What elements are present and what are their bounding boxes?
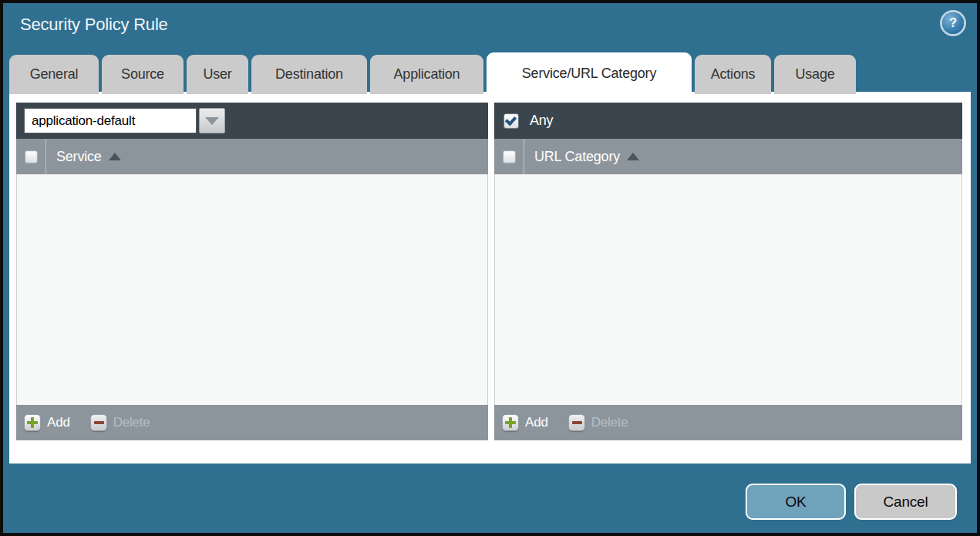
service-type-value[interactable]: application-default [24,108,197,133]
url-category-header-checkbox-cell [494,139,524,174]
url-category-topbar: Any [494,103,962,139]
service-table-body[interactable] [16,174,488,405]
url-category-add-button[interactable]: Add [502,414,548,431]
ok-button[interactable]: OK [746,484,846,520]
service-type-dropdown-button[interactable] [199,108,225,133]
plus-icon [24,414,41,431]
tab-actions[interactable]: Actions [695,55,771,94]
cancel-button[interactable]: Cancel [854,484,957,520]
any-label: Any [530,113,553,129]
minus-icon [90,414,107,431]
url-category-add-label: Add [525,415,548,430]
url-category-toolbar: Add Delete [494,405,962,440]
service-panel: application-default Service Add [16,103,488,440]
url-category-table-header: URL Category [494,139,962,174]
minus-icon [568,414,585,431]
tab-general[interactable]: General [9,55,99,94]
any-checkbox[interactable] [503,113,519,129]
url-category-panel: Any URL Category Add Delete [494,103,962,440]
checkmark-icon [505,113,517,126]
url-category-column-label[interactable]: URL Category [534,149,620,165]
plus-icon [502,414,519,431]
security-policy-rule-dialog: Security Policy Rule ? General Source Us… [0,0,980,536]
url-category-delete-label: Delete [591,415,628,430]
tab-user[interactable]: User [187,55,248,94]
tab-content-area: application-default Service Add [9,92,971,464]
tab-usage[interactable]: Usage [774,55,856,94]
url-category-table-body[interactable] [494,174,962,405]
tab-service-url-category[interactable]: Service/URL Category [487,52,692,94]
service-table-header: Service [16,139,488,174]
service-delete-label: Delete [113,415,150,430]
service-type-dropdown[interactable]: application-default [24,108,225,133]
sort-ascending-icon[interactable] [627,153,639,160]
chevron-down-icon [205,117,219,125]
url-category-delete-button[interactable]: Delete [568,414,628,431]
service-toolbar: Add Delete [16,405,488,440]
help-icon[interactable]: ? [942,12,964,34]
service-topbar: application-default [16,103,488,139]
tab-bar: General Source User Destination Applicat… [9,52,856,94]
sort-ascending-icon[interactable] [109,153,121,160]
question-mark-glyph: ? [949,16,957,30]
service-add-button[interactable]: Add [24,414,70,431]
dialog-title: Security Policy Rule [20,15,168,35]
service-add-label: Add [47,415,70,430]
service-header-checkbox-cell [16,139,46,174]
service-column-label[interactable]: Service [56,149,102,165]
tab-source[interactable]: Source [102,55,184,94]
url-category-select-all-checkbox[interactable] [503,150,516,163]
service-delete-button[interactable]: Delete [90,414,150,431]
service-select-all-checkbox[interactable] [25,150,38,163]
tab-application[interactable]: Application [370,55,483,94]
tab-destination[interactable]: Destination [251,55,367,94]
